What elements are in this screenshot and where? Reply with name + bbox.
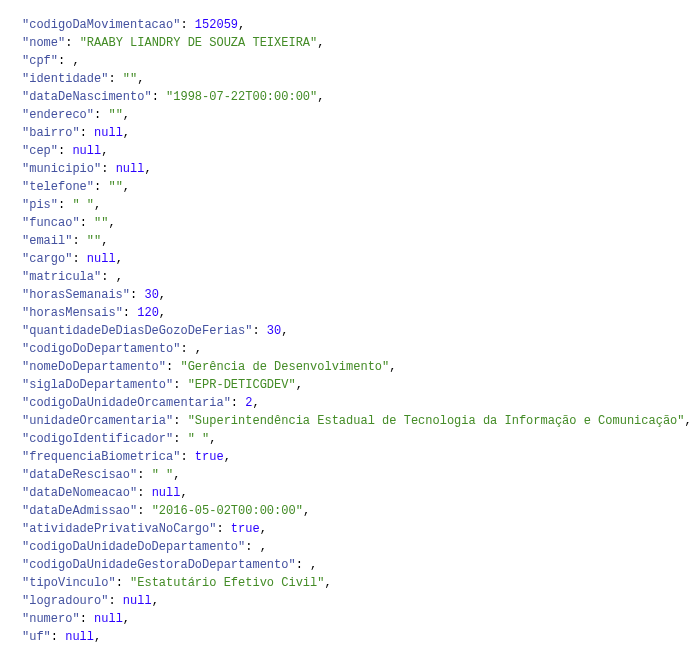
json-value: true	[231, 522, 260, 536]
json-key: dataDeNascimento	[29, 90, 144, 104]
json-key: tipoVinculo	[29, 576, 108, 590]
json-value: null	[152, 486, 181, 500]
json-key: codigoDoDepartamento	[29, 342, 173, 356]
json-key: cep	[29, 144, 51, 158]
json-value: 30	[144, 288, 158, 302]
json-line: "codigoIdentificador": " ",	[22, 430, 685, 448]
json-key: frequenciaBiometrica	[29, 450, 173, 464]
json-line: "unidadeOrcamentaria": "Superintendência…	[22, 412, 685, 430]
json-key: dataDeNomeacao	[29, 486, 130, 500]
json-key: municipio	[29, 162, 94, 176]
json-value: 120	[137, 306, 159, 320]
json-value	[80, 198, 87, 212]
json-line: "codigoDaUnidadeGestoraDoDepartamento": …	[22, 556, 685, 574]
json-line: "atividadePrivativaNoCargo": true,	[22, 520, 685, 538]
json-line: "dataDeRescisao": " ",	[22, 466, 685, 484]
json-value: null	[87, 252, 116, 266]
json-line: "tipoVinculo": "Estatutário Efetivo Civi…	[22, 574, 685, 592]
json-value: 1998-07-22T00:00:00	[173, 90, 310, 104]
json-line: "funcao": "",	[22, 214, 685, 232]
json-key: pis	[29, 198, 51, 212]
json-value	[159, 468, 166, 482]
json-key: codigoDaUnidadeOrcamentaria	[29, 396, 223, 410]
json-key: numero	[29, 612, 72, 626]
json-key: endereco	[29, 108, 87, 122]
json-line: "cpf": ,	[22, 52, 685, 70]
json-value: EPR-DETICGDEV	[195, 378, 289, 392]
json-key: dataDeRescisao	[29, 468, 130, 482]
json-line: "nomeDoDepartamento": "Gerência de Desen…	[22, 358, 685, 376]
json-line: "siglaDoDepartamento": "EPR-DETICGDEV",	[22, 376, 685, 394]
json-key: dataDeAdmissao	[29, 504, 130, 518]
json-line: "municipio": null,	[22, 160, 685, 178]
json-line: "bairro": null,	[22, 124, 685, 142]
json-key: quantidadeDeDiasDeGozoDeFerias	[29, 324, 245, 338]
json-key: siglaDoDepartamento	[29, 378, 166, 392]
json-key: codigoDaUnidadeGestoraDoDepartamento	[29, 558, 288, 572]
json-key: nome	[29, 36, 58, 50]
json-line: "numero": null,	[22, 610, 685, 628]
json-line: "telefone": "",	[22, 178, 685, 196]
json-value: true	[195, 450, 224, 464]
json-value: 30	[267, 324, 281, 338]
json-line: "quantidadeDeDiasDeGozoDeFerias": 30,	[22, 322, 685, 340]
json-value: null	[65, 630, 94, 644]
json-viewer: "codigoDaMovimentacao": 152059,"nome": "…	[22, 16, 685, 646]
json-value: null	[123, 594, 152, 608]
json-line: "horasSemanais": 30,	[22, 286, 685, 304]
json-line: "identidade": "",	[22, 70, 685, 88]
json-value: Estatutário Efetivo Civil	[137, 576, 317, 590]
json-key: codigoIdentificador	[29, 432, 166, 446]
json-key: logradouro	[29, 594, 101, 608]
json-line: "email": "",	[22, 232, 685, 250]
json-value: 152059	[195, 18, 238, 32]
json-key: funcao	[29, 216, 72, 230]
json-key: matricula	[29, 270, 94, 284]
json-line: "codigoDoDepartamento": ,	[22, 340, 685, 358]
json-line: "dataDeAdmissao": "2016-05-02T00:00:00",	[22, 502, 685, 520]
json-value: null	[94, 126, 123, 140]
json-value	[195, 432, 202, 446]
json-key: telefone	[29, 180, 87, 194]
json-line: "cep": null,	[22, 142, 685, 160]
json-key: identidade	[29, 72, 101, 86]
json-value: null	[116, 162, 145, 176]
json-key: uf	[29, 630, 43, 644]
json-key: unidadeOrcamentaria	[29, 414, 166, 428]
json-key: horasMensais	[29, 306, 115, 320]
json-line: "logradouro": null,	[22, 592, 685, 610]
json-key: codigoDaUnidadeDoDepartamento	[29, 540, 238, 554]
json-line: "cargo": null,	[22, 250, 685, 268]
json-key: cpf	[29, 54, 51, 68]
json-key: email	[29, 234, 65, 248]
json-line: "codigoDaUnidadeOrcamentaria": 2,	[22, 394, 685, 412]
json-value: Gerência de Desenvolvimento	[188, 360, 382, 374]
json-line: "dataDeNomeacao": null,	[22, 484, 685, 502]
json-key: codigoDaMovimentacao	[29, 18, 173, 32]
json-value: Superintendência Estadual de Tecnologia …	[195, 414, 677, 428]
json-line: "codigoDaMovimentacao": 152059,	[22, 16, 685, 34]
json-line: "pis": " ",	[22, 196, 685, 214]
json-line: "dataDeNascimento": "1998-07-22T00:00:00…	[22, 88, 685, 106]
json-line: "matricula": ,	[22, 268, 685, 286]
json-value: null	[72, 144, 101, 158]
json-value: RAABY LIANDRY DE SOUZA TEIXEIRA	[87, 36, 310, 50]
json-key: bairro	[29, 126, 72, 140]
json-value: 2016-05-02T00:00:00	[159, 504, 296, 518]
json-key: atividadePrivativaNoCargo	[29, 522, 209, 536]
json-key: nomeDoDepartamento	[29, 360, 159, 374]
json-line: "endereco": "",	[22, 106, 685, 124]
json-line: "nome": "RAABY LIANDRY DE SOUZA TEIXEIRA…	[22, 34, 685, 52]
json-value: null	[94, 612, 123, 626]
json-key: horasSemanais	[29, 288, 123, 302]
json-key: cargo	[29, 252, 65, 266]
json-line: "codigoDaUnidadeDoDepartamento": ,	[22, 538, 685, 556]
json-line: "frequenciaBiometrica": true,	[22, 448, 685, 466]
json-line: "horasMensais": 120,	[22, 304, 685, 322]
json-line: "uf": null,	[22, 628, 685, 646]
